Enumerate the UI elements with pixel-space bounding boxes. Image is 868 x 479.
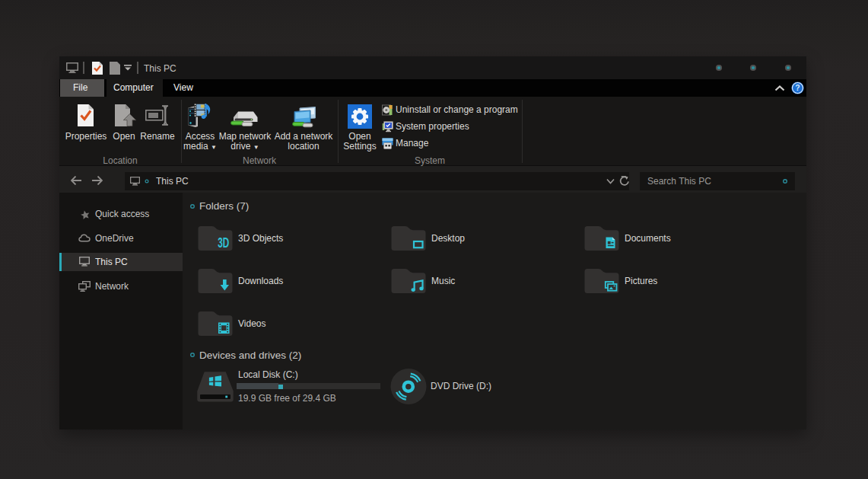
svg-text:3D: 3D [218,235,229,251]
svg-text:?: ? [795,83,800,92]
